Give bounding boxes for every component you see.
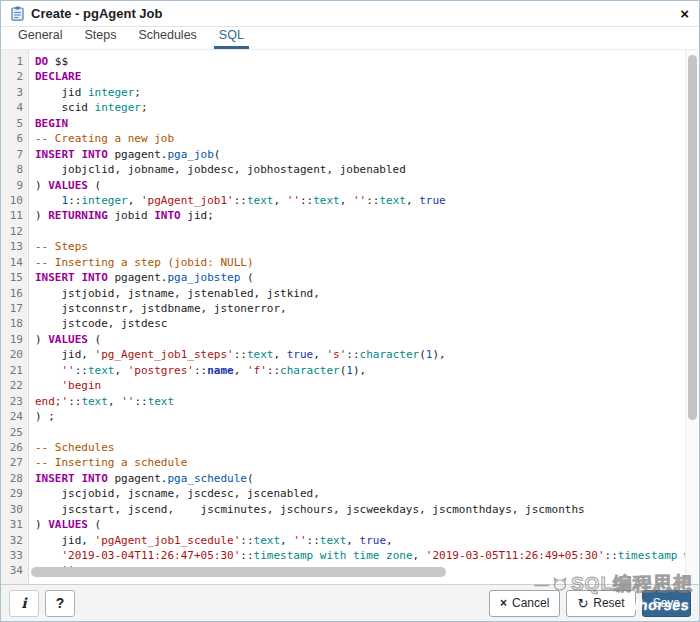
tab-schedules[interactable]: Schedules bbox=[133, 26, 201, 49]
code-text: jstconnstr, jstdbname, jstonerror, bbox=[30, 301, 287, 316]
line-number: 1 bbox=[1, 54, 30, 69]
code-text: -- Schedules bbox=[30, 440, 114, 455]
code-text bbox=[30, 425, 35, 440]
tab-bar: General Steps Schedules SQL bbox=[1, 27, 699, 50]
tab-general[interactable]: General bbox=[13, 26, 67, 49]
info-button[interactable]: i bbox=[9, 590, 39, 617]
line-number: 22 bbox=[1, 378, 30, 393]
code-line: 29 jscjobid, jscname, jscdesc, jscenable… bbox=[1, 486, 699, 501]
code-line: 3 jid integer; bbox=[1, 85, 699, 100]
code-text: jscjobid, jscname, jscdesc, jscenabled, bbox=[30, 486, 320, 501]
code-line: 16 jstjobid, jstname, jstenabled, jstkin… bbox=[1, 286, 699, 301]
code-text: ) VALUES ( bbox=[30, 517, 101, 532]
line-number: 31 bbox=[1, 517, 30, 532]
line-number: 32 bbox=[1, 533, 30, 548]
help-button[interactable]: ? bbox=[45, 590, 75, 617]
vertical-scrollbar[interactable] bbox=[688, 55, 697, 420]
line-number: 26 bbox=[1, 440, 30, 455]
tab-steps[interactable]: Steps bbox=[79, 26, 121, 49]
sql-code-lines: 1DO $$2DECLARE3 jid integer;4 scid integ… bbox=[1, 50, 699, 579]
code-text: jscstart, jscend, jscminutes, jschours, … bbox=[30, 502, 585, 517]
line-number: 30 bbox=[1, 502, 30, 517]
reset-label: Reset bbox=[593, 596, 624, 610]
code-line: 30 jscstart, jscend, jscminutes, jschour… bbox=[1, 502, 699, 517]
line-number: 14 bbox=[1, 255, 30, 270]
code-text: ) VALUES ( bbox=[30, 332, 101, 347]
code-line: 24) ; bbox=[1, 409, 699, 424]
tab-sql[interactable]: SQL bbox=[214, 26, 249, 49]
code-text: -- Inserting a schedule bbox=[30, 455, 187, 470]
close-icon[interactable]: × bbox=[680, 4, 689, 24]
code-text: DECLARE bbox=[30, 69, 81, 84]
code-line: 14-- Inserting a step (jobid: NULL) bbox=[1, 255, 699, 270]
code-text: ) VALUES ( bbox=[30, 178, 101, 193]
line-number: 3 bbox=[1, 85, 30, 100]
code-text: INSERT INTO pgagent.pga_job( bbox=[30, 147, 220, 162]
code-text: -- Creating a new job bbox=[30, 131, 174, 146]
line-number: 21 bbox=[1, 363, 30, 378]
code-line: 25 bbox=[1, 425, 699, 440]
code-line: 32 jid, 'pgAgent_job1_scedule'::text, ''… bbox=[1, 533, 699, 548]
code-line: 4 scid integer; bbox=[1, 100, 699, 115]
question-icon: ? bbox=[56, 595, 65, 611]
line-number: 5 bbox=[1, 116, 30, 131]
dialog-footer: i ? × Cancel ↻ Reset Save bbox=[1, 584, 699, 621]
code-line: 1DO $$ bbox=[1, 54, 699, 69]
line-number: 23 bbox=[1, 394, 30, 409]
code-line: 18 jstcode, jstdesc bbox=[1, 316, 699, 331]
info-icon: i bbox=[21, 595, 26, 611]
code-text: ) RETURNING jobid INTO jid; bbox=[30, 208, 214, 223]
code-line: 8 jobjclid, jobname, jobdesc, jobhostage… bbox=[1, 162, 699, 177]
code-line: 31) VALUES ( bbox=[1, 517, 699, 532]
line-number: 2 bbox=[1, 69, 30, 84]
code-text: jid integer; bbox=[30, 85, 141, 100]
line-number: 13 bbox=[1, 239, 30, 254]
code-line: 5BEGIN bbox=[1, 116, 699, 131]
code-line: 22 'begin bbox=[1, 378, 699, 393]
code-text bbox=[30, 224, 35, 239]
save-button[interactable]: Save bbox=[642, 590, 691, 617]
line-number: 33 bbox=[1, 548, 30, 563]
line-number: 6 bbox=[1, 131, 30, 146]
code-line: 23end;'::text, ''::text bbox=[1, 394, 699, 409]
code-line: 7INSERT INTO pgagent.pga_job( bbox=[1, 147, 699, 162]
code-text: jstcode, jstdesc bbox=[30, 316, 167, 331]
code-text: jid, 'pg_Agent_job1_steps'::text, true, … bbox=[30, 347, 446, 362]
sql-editor[interactable]: 1DO $$2DECLARE3 jid integer;4 scid integ… bbox=[1, 50, 699, 584]
line-number: 29 bbox=[1, 486, 30, 501]
line-number: 9 bbox=[1, 178, 30, 193]
save-label: Save bbox=[653, 596, 680, 610]
code-text: '2019-03-04T11:26:47+05:30'::timestamp w… bbox=[30, 548, 699, 563]
line-number: 19 bbox=[1, 332, 30, 347]
line-number: 27 bbox=[1, 455, 30, 470]
line-number: 4 bbox=[1, 100, 30, 115]
code-line: 19) VALUES ( bbox=[1, 332, 699, 347]
code-line: 15INSERT INTO pgagent.pga_jobstep ( bbox=[1, 270, 699, 285]
horizontal-scrollbar[interactable] bbox=[31, 567, 446, 577]
code-line: 12 bbox=[1, 224, 699, 239]
code-text: jid, 'pgAgent_job1_scedule'::text, ''::t… bbox=[30, 533, 393, 548]
line-number: 28 bbox=[1, 471, 30, 486]
cancel-button[interactable]: × Cancel bbox=[489, 590, 560, 617]
reset-button[interactable]: ↻ Reset bbox=[566, 590, 635, 617]
line-number: 10 bbox=[1, 193, 30, 208]
code-text: 'begin bbox=[30, 378, 101, 393]
dialog-titlebar: Create - pgAgent Job × bbox=[1, 1, 699, 27]
create-pgagent-job-dialog: Create - pgAgent Job × General Steps Sch… bbox=[0, 0, 700, 622]
code-line: 9) VALUES ( bbox=[1, 178, 699, 193]
code-line: 33 '2019-03-04T11:26:47+05:30'::timestam… bbox=[1, 548, 699, 563]
dialog-title: Create - pgAgent Job bbox=[31, 6, 162, 21]
line-number: 16 bbox=[1, 286, 30, 301]
line-number: 11 bbox=[1, 208, 30, 223]
code-line: 21 ''::text, 'postgres'::name, 'f'::char… bbox=[1, 363, 699, 378]
code-text: INSERT INTO pgagent.pga_schedule( bbox=[30, 471, 254, 486]
line-number: 34 bbox=[1, 563, 30, 578]
code-line: 10 1::integer, 'pgAgent_job1'::text, '':… bbox=[1, 193, 699, 208]
code-text: end;'::text, ''::text bbox=[30, 394, 174, 409]
line-number: 25 bbox=[1, 425, 30, 440]
line-number: 24 bbox=[1, 409, 30, 424]
code-line: 27-- Inserting a schedule bbox=[1, 455, 699, 470]
code-text: ''::text, 'postgres'::name, 'f'::charact… bbox=[30, 363, 366, 378]
code-text: scid integer; bbox=[30, 100, 148, 115]
line-number: 18 bbox=[1, 316, 30, 331]
